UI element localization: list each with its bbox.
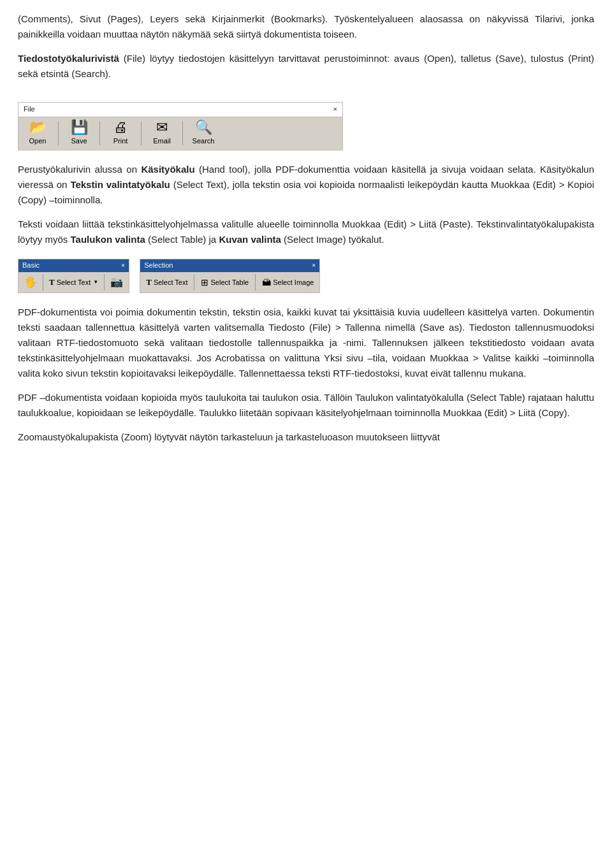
- basic-toolbar: Basic × 🖐 T Select Text ▼ 📷: [18, 259, 129, 293]
- select-table-icon: ⊞: [201, 277, 208, 287]
- basic-select-text-button[interactable]: T Select Text ▼: [47, 276, 101, 289]
- select-image-icon: 🏔: [262, 277, 271, 287]
- selection-toolbar-close[interactable]: ×: [312, 260, 316, 271]
- email-label: Email: [153, 136, 171, 147]
- basic-toolbar-label: Basic: [22, 260, 40, 271]
- select-table-button[interactable]: ⊞ Select Table: [198, 276, 251, 289]
- paragraph-7: Zoomaustyökalupakista (Zoom) löytyvät nä…: [18, 430, 594, 445]
- select-text-icon: T: [146, 277, 152, 287]
- selection-toolbar-label: Selection: [144, 260, 173, 271]
- paragraph-4: Teksti voidaan liittää tekstinkäsittelyo…: [18, 217, 594, 247]
- basic-toolbar-title: Basic ×: [18, 259, 129, 272]
- toolbars-row: Basic × 🖐 T Select Text ▼ 📷: [18, 259, 594, 293]
- selection-toolbar: Selection × T Select Text ⊞ Select Table…: [140, 259, 320, 293]
- file-toolbar: File × 📂 Open 💾 Save 🖨 Print ✉ Email: [18, 102, 343, 150]
- selection-toolbar-body: T Select Text ⊞ Select Table 🏔 Select Im…: [140, 272, 319, 293]
- save-icon: 💾: [71, 120, 88, 134]
- open-label: Open: [29, 136, 47, 147]
- file-toolbar-title: File ×: [18, 103, 342, 117]
- basic-select-text-label: Select Text: [57, 278, 91, 286]
- print-label: Print: [113, 136, 128, 147]
- select-text-button[interactable]: T Select Text: [143, 276, 190, 289]
- select-text-label: Select Text: [154, 278, 188, 286]
- selection-separator-2: [255, 274, 256, 291]
- basic-toolbar-body: 🖐 T Select Text ▼ 📷: [18, 272, 129, 293]
- email-icon: ✉: [156, 120, 168, 134]
- selection-toolbar-title: Selection ×: [140, 259, 319, 272]
- file-toolbar-body: 📂 Open 💾 Save 🖨 Print ✉ Email 🔍 Search: [18, 117, 342, 150]
- email-button[interactable]: ✉ Email: [148, 120, 176, 147]
- print-button[interactable]: 🖨 Print: [106, 120, 135, 147]
- file-toolbar-label: File: [24, 104, 35, 115]
- toolbar-separator-4: [182, 121, 183, 145]
- file-toolbar-close[interactable]: ×: [333, 104, 337, 115]
- toolbar-separator-3: [141, 121, 142, 145]
- paragraph-2: Tiedostotyökalurivistä (File) löytyy tie…: [18, 51, 594, 82]
- select-image-button[interactable]: 🏔 Select Image: [259, 276, 316, 289]
- toolbar-separator-2: [99, 121, 100, 145]
- camera-icon: 📷: [110, 276, 123, 288]
- search-button[interactable]: 🔍 Search: [189, 120, 217, 147]
- save-label: Save: [71, 136, 87, 147]
- basic-separator: [43, 274, 43, 291]
- search-icon: 🔍: [195, 120, 212, 134]
- toolbar-separator-1: [58, 121, 59, 145]
- save-button[interactable]: 💾 Save: [65, 120, 93, 147]
- basic-select-text-dropdown-arrow: ▼: [93, 279, 98, 285]
- search-label: Search: [193, 136, 215, 147]
- paragraph-1: (Comments), Sivut (Pages), Leyers sekä K…: [18, 11, 594, 42]
- basic-select-text-icon: T: [49, 277, 55, 287]
- paragraph-6: PDF –dokumentista voidaan kopioida myös …: [18, 390, 594, 421]
- camera-button[interactable]: 📷: [108, 275, 126, 289]
- open-button[interactable]: 📂 Open: [24, 120, 52, 147]
- hand-icon: 🖐: [24, 276, 37, 288]
- basic-toolbar-close[interactable]: ×: [121, 260, 125, 271]
- select-image-label: Select Image: [273, 278, 314, 286]
- paragraph-3: Perustyökalurivin alussa on Käsityökalu …: [18, 162, 594, 208]
- print-icon: 🖨: [113, 120, 127, 134]
- hand-tool-button[interactable]: 🖐: [22, 275, 40, 289]
- paragraph-5: PDF-dokumentista voi poimia dokumentin t…: [18, 305, 594, 381]
- select-table-label: Select Table: [210, 278, 249, 286]
- main-content: (Comments), Sivut (Pages), Leyers sekä K…: [18, 11, 594, 445]
- basic-separator-2: [104, 274, 105, 291]
- selection-separator-1: [194, 274, 194, 291]
- open-icon: 📂: [29, 120, 47, 134]
